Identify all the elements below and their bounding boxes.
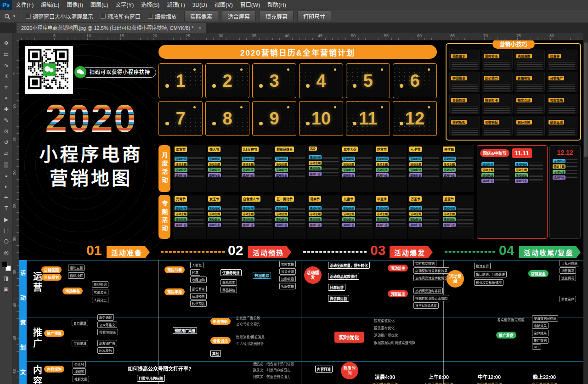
- quick-select-tool[interactable]: ✳: [0, 71, 13, 82]
- eraser-tool[interactable]: ▱: [0, 148, 13, 159]
- flow-node: 预热手段: [164, 288, 185, 295]
- flow-node: 蹭热点：结合当下热门话题: [253, 361, 294, 366]
- checkbox-icon[interactable]: [101, 14, 106, 19]
- fit-screen-button[interactable]: 适合屏幕: [222, 11, 256, 22]
- shape-tool[interactable]: ▢: [0, 225, 13, 236]
- document-tab[interactable]: 2020小程序电商营销地图.jpg @ 12.5% (扫码可以获得小程序扶持, …: [17, 23, 206, 33]
- timeline-time: 上午8:00: [416, 373, 462, 380]
- flow-node: 物流发货: [474, 263, 491, 269]
- flow-node: 收藏加购: [190, 277, 207, 283]
- type-tool[interactable]: T: [0, 203, 13, 214]
- hand-tool[interactable]: ⎔: [0, 236, 13, 247]
- checkbox-icon[interactable]: [148, 14, 153, 19]
- flow-node: ROI: [532, 344, 541, 350]
- menu-item[interactable]: 图层(L): [87, 0, 112, 10]
- vertical-ruler: 5101520253035404550: [13, 40, 19, 384]
- flow-node: 根据转化调整页面氛围: [413, 295, 449, 301]
- screen-mode-icon[interactable]: ▣: [0, 284, 13, 295]
- flow-node: 客服数据: [279, 283, 296, 289]
- crop-tool[interactable]: ⌗: [0, 82, 13, 93]
- flow-node: 数据追踪: [253, 272, 271, 279]
- menu-item[interactable]: 滤镜(T): [163, 0, 188, 10]
- flow-node: 售后跟进、问题处理: [474, 271, 507, 277]
- menu-item[interactable]: 文字(Y): [112, 0, 137, 10]
- flow-node: 活动推广页优化: [374, 333, 398, 338]
- flow-node: 内容规划: [44, 366, 64, 373]
- menu-item[interactable]: 文件(F): [12, 0, 37, 10]
- flow-node: 店铺复盘: [528, 270, 548, 277]
- zoom-all-windows-checkbox[interactable]: 缩放所有窗口: [101, 12, 141, 20]
- ruler-number: 10: [12, 104, 17, 109]
- dodge-tool[interactable]: ◐: [0, 181, 13, 192]
- flow-node: 列数字：数据更有说服力: [253, 374, 291, 379]
- marquee-tool[interactable]: ▭: [0, 49, 13, 60]
- flow-node: 目标拆解: [68, 272, 85, 279]
- flow-node: 根据数据及时调整渠道预算: [374, 340, 415, 345]
- flow-node: 补货&流量承接: [413, 302, 439, 309]
- document-tab-title: 2020小程序电商营销地图.jpg @ 12.5% (扫码可以获得小程序扶持, …: [21, 23, 193, 33]
- checkbox-label: 缩放所有窗口: [107, 12, 141, 20]
- menu-item[interactable]: 3D(D): [189, 0, 211, 10]
- flow-node: 实时成交数据: [413, 260, 436, 266]
- photoshop-logo: Ps: [0, 0, 12, 10]
- flow-node: 优惠券玩法: [220, 269, 242, 276]
- document-canvas[interactable]: 扫码可以获得小程序扶持 2020 小程序电商 营销地图 2020营销日历&全年营…: [19, 40, 583, 384]
- clone-stamp-tool[interactable]: ⊙: [0, 126, 13, 137]
- vertical-scrollbar[interactable]: [583, 33, 588, 384]
- scrollbar-thumb[interactable]: [584, 42, 588, 157]
- ruler-number: 40: [285, 34, 289, 38]
- menu-item[interactable]: 视图(V): [211, 0, 237, 10]
- foreground-color-swatch[interactable]: [2, 262, 7, 267]
- menu-item[interactable]: 图像(I): [63, 0, 86, 10]
- blur-tool[interactable]: ◒: [0, 170, 13, 181]
- timeline-time: 凌晨4:00: [362, 373, 408, 380]
- flow-node: 其他: [210, 350, 221, 357]
- ruler-number: 50: [12, 369, 17, 373]
- color-swatches[interactable]: [2, 262, 11, 271]
- eyedropper-tool[interactable]: ⌖: [0, 93, 13, 104]
- timeline-time: 中午12:00: [466, 373, 512, 380]
- flow-node: 渠道数据完成度: [532, 315, 558, 322]
- menu-items: 文件(F)编辑(E)图像(I)图层(L)文字(Y)选择(S)滤镜(T)3D(D)…: [12, 0, 290, 10]
- pen-tool[interactable]: ✒: [0, 192, 13, 203]
- healing-brush-tool[interactable]: ✚: [0, 104, 13, 115]
- menu-item[interactable]: 选择(S): [137, 0, 163, 10]
- quick-mask-icon[interactable]: ◨: [0, 273, 13, 284]
- ruler-number: 25: [186, 34, 190, 38]
- path-select-tool[interactable]: ▶: [0, 214, 13, 225]
- divider: [22, 12, 22, 21]
- flow-node: 各渠道数据完成度: [497, 317, 525, 322]
- menu-item[interactable]: 编辑(E): [37, 0, 63, 10]
- flow-node: 付费渠道: [72, 340, 88, 346]
- flow-node: 商品排位: [220, 287, 237, 293]
- flow-node: 新客拉新: [210, 318, 231, 325]
- history-brush-tool[interactable]: ↺: [0, 137, 13, 148]
- menu-item[interactable]: 窗口(W): [237, 0, 264, 10]
- zoom-tool[interactable]: ◎: [0, 247, 13, 258]
- scrubby-zoom-checkbox[interactable]: 细微缩放: [148, 12, 177, 20]
- gradient-tool[interactable]: ▒: [0, 159, 13, 170]
- ruler-number: 55: [384, 34, 389, 38]
- brush-tool[interactable]: ✎: [0, 115, 13, 126]
- chevron-down-icon[interactable]: ▼: [12, 14, 16, 18]
- flow-node: 客户效果: [532, 330, 548, 336]
- checkbox-label: 细微缩放: [155, 12, 177, 20]
- checkbox-icon[interactable]: [26, 14, 31, 19]
- lasso-tool[interactable]: ∿: [0, 60, 13, 71]
- flow-node: 积分权益核销情况: [474, 279, 503, 286]
- print-size-button[interactable]: 打印尺寸: [297, 11, 331, 22]
- timeline-item: 晚上22:00全天曝光最高点: [521, 373, 567, 384]
- flow-node: 群发消息/模板消息: [236, 334, 265, 339]
- menu-item[interactable]: 帮助(H): [264, 0, 290, 10]
- resize-windows-checkbox[interactable]: 调整窗口大小以满屏显示: [26, 12, 93, 20]
- flow-node: 投放渠道优化: [374, 318, 395, 323]
- zoom-tool-icon[interactable]: [3, 12, 12, 21]
- flow-node: 公众号: [73, 361, 86, 367]
- actual-pixels-button[interactable]: 实际像素: [184, 11, 218, 22]
- move-tool[interactable]: ✥: [0, 38, 13, 49]
- flow-node: 种草: [190, 269, 200, 276]
- flow-node: 投放素材优化: [374, 325, 395, 330]
- fill-screen-button[interactable]: 填充屏幕: [260, 11, 294, 22]
- row-label: 内容: [32, 365, 43, 384]
- close-icon[interactable]: ×: [198, 23, 201, 33]
